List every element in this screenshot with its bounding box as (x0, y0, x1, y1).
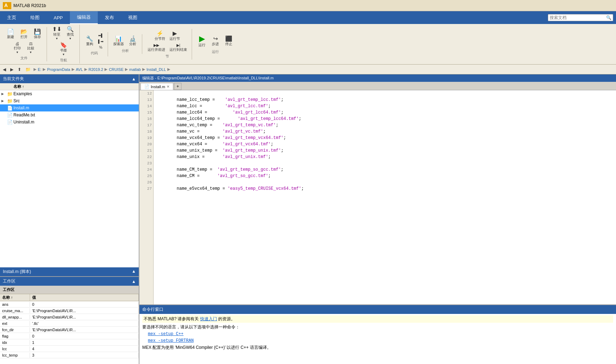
var-row[interactable]: fcn_dir'E:\ProgramData\AVL\R... (0, 327, 139, 333)
console-section: 命令行窗口 不熟悉 MATLAB? 请参阅有关 快速入门 的资源。 要选择不同的… (139, 304, 616, 364)
file-group-label: 文件 (20, 56, 28, 61)
var-row[interactable]: flag0 (0, 333, 139, 339)
toolbar-code-group: 🔧 重构 ⬅▌ ▌➡ % 代码 (80, 32, 108, 56)
tab-bar: 📄 Install.m ✕ + (139, 82, 616, 90)
toolbar-file-group: 📄 新建 📂 打开 💾 保存 🖨 打印 ▼ ⚖ 比较 ▼ (1, 27, 47, 61)
var-row[interactable]: idx1 (0, 339, 139, 346)
explorer-button[interactable]: 📊 探索器 (112, 35, 126, 48)
nav-group-label: 导航 (60, 58, 67, 63)
var-row[interactable]: lcc4 (0, 346, 139, 352)
console-link1[interactable]: mex -setup C++ (148, 332, 184, 336)
console-hint: 不熟悉 MATLAB? 请参阅有关 快速入门 的资源。 (142, 315, 613, 323)
forward-button[interactable]: ▶ (9, 66, 15, 73)
section-break-button[interactable]: ⚡ 分节符 (153, 30, 167, 42)
find-button[interactable]: 🔍 查找 ▼ (64, 25, 77, 41)
console-link2[interactable]: mex -setup FORTRAN (148, 338, 194, 343)
run-button[interactable]: ▶ 运行 (196, 34, 208, 49)
search-box: 🔍 (548, 14, 613, 21)
var-value: 1 (30, 340, 139, 345)
code-editor[interactable]: 12131415161718192021222324252627 name_lc… (139, 90, 616, 304)
code-line: name_unix = 'avl_grt_unix.tmf'; (156, 154, 613, 160)
tab-add-button[interactable]: + (174, 83, 181, 90)
code-line: name_vcx64_temp = 'avl_grt_temp_vcx64.tm… (156, 135, 613, 141)
menubar: 主页 绘图 APP 编辑器 发布 视图 🔍 (0, 11, 616, 24)
file-tree-header[interactable]: 名称 ↑ (0, 83, 139, 90)
indent-button[interactable]: ⬅▌ (97, 33, 105, 38)
analyze-group-label: 分析 (122, 48, 129, 53)
print-button[interactable]: 🖨 打印 ▼ (11, 41, 24, 55)
console-para2: MEX 配置为使用 'MinGW64 Compiler (C++)' 以进行 C… (142, 345, 613, 351)
dedent-button[interactable]: ▌➡ (97, 39, 105, 44)
tab-install[interactable]: 📄 Install.m ✕ (140, 83, 173, 90)
var-row[interactable]: lcc_temp3 (0, 352, 139, 358)
search-input[interactable] (550, 15, 606, 20)
goto-button[interactable]: ⬆⬇ 转至 ▼ (50, 25, 63, 41)
tab-close-icon[interactable]: ✕ (167, 85, 169, 89)
folder-icon: 📁 (7, 91, 13, 97)
console-header: 命令行窗口 (139, 305, 616, 314)
var-row[interactable]: ans0 (0, 301, 139, 308)
run-end-button[interactable]: ▶| 运行到结束 (168, 42, 189, 53)
analyze-button[interactable]: 🔬 分析 (126, 35, 139, 48)
tab-file-icon: 📄 (144, 84, 149, 89)
line-number: 15 (141, 109, 152, 116)
tree-item-readme[interactable]: 📄 ReadMe.txt (0, 111, 139, 119)
line-number: 22 (141, 154, 152, 160)
comment-button[interactable]: % (97, 45, 105, 50)
up-button[interactable]: ⬆ (16, 66, 23, 73)
back-button[interactable]: ◀ (1, 66, 7, 73)
workspace-collapse-icon[interactable]: ▲ (132, 279, 136, 284)
compare-button[interactable]: ⚖ 比较 ▼ (24, 41, 37, 55)
var-name: idx (0, 340, 30, 345)
menu-app[interactable]: APP (47, 11, 70, 24)
tree-item-examples[interactable]: ▶ 📁 Examples (0, 90, 139, 97)
script-collapse-icon[interactable]: ▲ (132, 269, 136, 275)
var-row[interactable]: dll_wrapp...'E:\ProgramData\AVL\R... (0, 314, 139, 320)
search-icon[interactable]: 🔍 (606, 15, 611, 20)
tree-item-src[interactable]: ▶ 📁 Src (0, 97, 139, 104)
var-name: ext (0, 321, 30, 326)
script-label-bar: Install.m (脚本) ▲ (0, 267, 139, 276)
line-number: 24 (141, 166, 152, 173)
breadcrumb-r2019[interactable]: R2019.2 (89, 67, 103, 72)
run-advance-button[interactable]: ▶▶ 运行并前进 (146, 42, 167, 53)
var-row[interactable]: ext'.tlc' (0, 320, 139, 327)
open-button[interactable]: 📂 打开 (18, 28, 30, 41)
menu-plot[interactable]: 绘图 (23, 11, 47, 24)
variable-table: 名称 ↑ 值 ans0cruise_ma...'E:\ProgramData\A… (0, 294, 139, 364)
refactor-button[interactable]: 🔧 重构 (83, 35, 96, 48)
console-content: 不熟悉 MATLAB? 请参阅有关 快速入门 的资源。 要选择不同的语言，请从以… (139, 314, 616, 364)
menu-view[interactable]: 视图 (121, 11, 144, 24)
line-number: 14 (141, 103, 152, 109)
var-row[interactable]: cruise_ma...'E:\ProgramData\AVL\R... (0, 308, 139, 314)
stop-button[interactable]: ⬛ 停止 (222, 35, 235, 48)
step-button[interactable]: ↪ 步进 (209, 35, 222, 48)
new-button[interactable]: 📄 新建 (4, 28, 17, 41)
var-name: cruise_ma... (0, 308, 30, 313)
save-button[interactable]: 💾 保存 (31, 28, 44, 41)
tree-item-uninstall[interactable]: 📄 Uninstall.m (0, 119, 139, 126)
breadcrumb-avl[interactable]: AVL (76, 67, 83, 72)
console-hint-link[interactable]: 快速入门 (200, 316, 217, 321)
breadcrumb-installdll[interactable]: Install_DLL (146, 67, 166, 72)
line-number: 20 (141, 141, 152, 147)
browse-button[interactable]: 📁 (24, 66, 32, 73)
menu-publish[interactable]: 发布 (98, 11, 121, 24)
breadcrumb-e[interactable]: E: (38, 67, 41, 72)
menu-editor[interactable]: 编辑器 (70, 11, 98, 24)
tree-item-install[interactable]: 📄 Install.m (0, 104, 139, 111)
breadcrumb-cruise[interactable]: CRUISE (109, 67, 124, 72)
code-content[interactable]: name_lcc_temp = 'avl_grt_temp_lcc.tmf'; … (154, 90, 616, 304)
code-line: name_e5vcx64_temp = 'easy5_temp_CRUISE_v… (156, 186, 613, 192)
breadcrumb-matlab[interactable]: matlab (129, 67, 141, 72)
code-line: name_lcc64 = 'avl_grt_lcc64.tmf'; (156, 109, 613, 116)
bookmark-button[interactable]: 🔖 书签 ▼ (57, 41, 70, 57)
m-file-icon: 📄 (7, 105, 13, 111)
menu-home[interactable]: 主页 (0, 11, 23, 24)
console-link1-line: mex -setup C++ (148, 331, 613, 337)
breadcrumb-programdata[interactable]: ProgramData (47, 67, 70, 72)
file-panel-collapse-icon[interactable]: ▲ (132, 77, 136, 81)
var-value: 'E:\ProgramData\AVL\R... (30, 315, 139, 320)
run-section-button[interactable]: ▶ 运行节 (168, 30, 182, 42)
main-layout: 当前文件夹 ▲ 名称 ↑ ▶ 📁 Examples ▶ 📁 Src 📄 (0, 74, 616, 364)
